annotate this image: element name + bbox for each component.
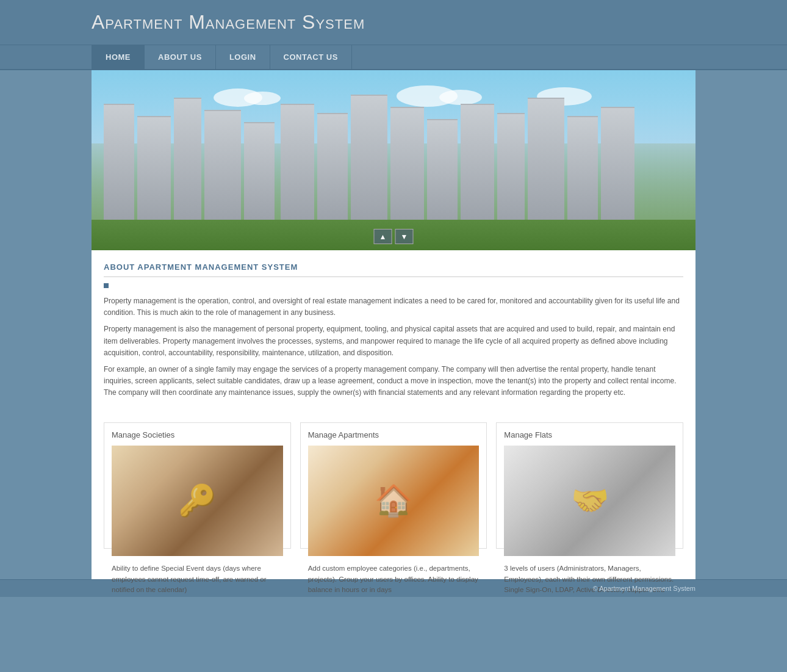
card-societies: Manage Societies 🔑 Ability to define Spe… — [104, 422, 291, 549]
about-divider — [104, 276, 683, 277]
card-societies-desc: Ability to define Special Event days (da… — [112, 563, 283, 595]
about-paragraph-2: Property management is also the manageme… — [104, 323, 683, 359]
card-apartments: Manage Apartments 🏠 Add custom employee … — [300, 422, 487, 549]
keys-icon: 🔑 — [178, 483, 216, 518]
about-paragraph-1: Property management is the operation, co… — [104, 295, 683, 319]
main-content: ▲ ▼ ABOUT APARTMENT MANAGEMENT SYSTEM Pr… — [92, 70, 695, 579]
cards-section: Manage Societies 🔑 Ability to define Spe… — [92, 413, 695, 562]
handshake-icon: 🤝 — [571, 483, 609, 518]
carousel-prev-button[interactable]: ▲ — [374, 229, 392, 244]
site-title: Apartment Management System — [92, 11, 695, 34]
card-societies-image: 🔑 — [112, 446, 283, 557]
hero-image: ▲ ▼ — [92, 70, 695, 250]
card-apartments-image: 🏠 — [308, 446, 480, 557]
nav-item-login[interactable]: LOGIN — [216, 45, 270, 69]
card-societies-title: Manage Societies — [112, 430, 283, 439]
card-flats-image: 🤝 — [504, 446, 675, 557]
nav-item-home[interactable]: HOME — [92, 45, 145, 69]
nav-item-contact[interactable]: CONTACT US — [270, 45, 352, 69]
card-flats: Manage Flats 🤝 3 levels of users (Admini… — [496, 422, 683, 549]
about-accent — [104, 283, 109, 288]
nav-item-about[interactable]: ABOUT US — [145, 45, 216, 69]
house-icon: 🏠 — [375, 483, 412, 518]
card-apartments-desc: Add custom employee categories (i.e., de… — [308, 563, 480, 595]
carousel-next-button[interactable]: ▼ — [395, 229, 414, 244]
card-apartments-title: Manage Apartments — [308, 430, 480, 439]
carousel-controls: ▲ ▼ — [374, 229, 414, 244]
about-section: ABOUT APARTMENT MANAGEMENT SYSTEM Proper… — [92, 250, 695, 413]
about-paragraph-3: For example, an owner of a single family… — [104, 364, 683, 399]
card-flats-title: Manage Flats — [504, 430, 675, 439]
footer-text: © Apartment Management System — [593, 585, 695, 592]
main-nav: HOME ABOUT US LOGIN CONTACT US — [0, 45, 787, 70]
about-title: ABOUT APARTMENT MANAGEMENT SYSTEM — [104, 262, 683, 272]
